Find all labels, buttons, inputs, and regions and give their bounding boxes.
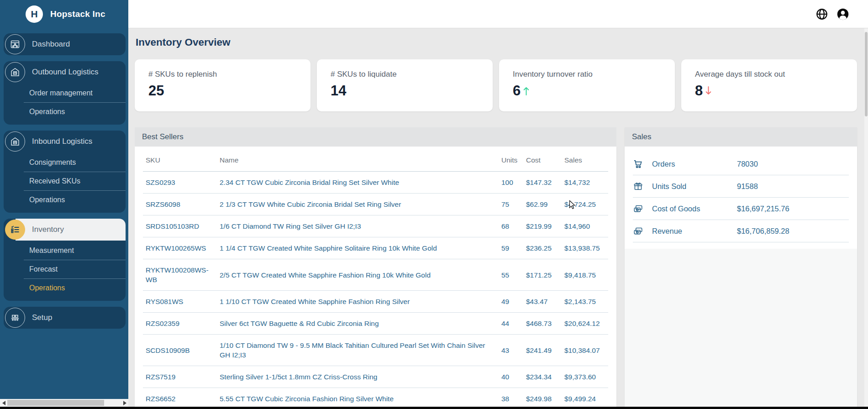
- sidebar-item-label: Inventory: [32, 225, 64, 234]
- sidebar-subitem-operations[interactable]: Operations: [24, 190, 126, 209]
- name-cell: 1/6 CT Diamond TW Ring Set Silver GH I2;…: [216, 215, 498, 237]
- units-cell: 68: [498, 215, 522, 237]
- account-icon[interactable]: [836, 7, 850, 21]
- sales-cell: $14,732: [561, 172, 608, 194]
- table-row[interactable]: SRDS105103RD 1/6 CT Diamond TW Ring Set …: [143, 215, 608, 237]
- brand-logo[interactable]: H Hopstack Inc: [0, 0, 128, 28]
- sales-cell: $2,143.75: [561, 291, 608, 313]
- table-header-row: SKU Name Units Cost Sales: [143, 147, 608, 172]
- sidebar-item-setup[interactable]: Setup: [4, 307, 126, 329]
- sales-cell: $14,960: [561, 215, 608, 237]
- table-row[interactable]: RYKTW100208WS-WB 2/5 CT TGW Created Whit…: [143, 259, 608, 291]
- sales-cell: $9,418.75: [561, 259, 608, 291]
- table-row[interactable]: SZS0293 2.34 CT TGW Cubic Zirconia Brida…: [143, 172, 608, 194]
- sidebar-subitem-measurement[interactable]: Measurement: [24, 241, 126, 260]
- sales-cell: $20,624.12: [561, 313, 608, 335]
- sidebar-group: Outbound Logistics Order management Oper…: [4, 61, 126, 125]
- sales-panel: Sales Orders 78030 Units Sold 91588 Cost…: [625, 127, 857, 409]
- sku-cell: SCDS10909B: [143, 335, 216, 366]
- vertical-scrollbar[interactable]: [864, 28, 868, 409]
- app-window: H Hopstack Inc Dashboard Outbound Logist…: [0, 0, 868, 409]
- sidebar-item-inventory[interactable]: Inventory: [4, 219, 126, 241]
- gift-icon: [633, 181, 646, 192]
- stat-value: 6: [513, 83, 661, 99]
- stat-label: Average days till stock out: [695, 70, 843, 79]
- table-row[interactable]: SCDS10909B 1/10 CT Diamond TW 9 - 9.5 MM…: [143, 335, 608, 366]
- cost-cell: $62.99: [522, 194, 561, 215]
- table-row[interactable]: RYKTW100265WS 1 1/4 CT TGW Created White…: [143, 237, 608, 259]
- sku-cell: RZS02359: [143, 313, 216, 335]
- table-row[interactable]: RZS7519 Sterling Silver 1-1/5ct 1.8mm CZ…: [143, 366, 608, 388]
- sidebar-subitem-operations[interactable]: Operations: [24, 102, 126, 121]
- sales-rows: Orders 78030 Units Sold 91588 Cost of Go…: [625, 147, 857, 249]
- sales-panel-filler: [625, 249, 857, 409]
- cost-cell: $249.98: [522, 388, 561, 409]
- stat-label: Inventory turnover ratio: [513, 70, 661, 79]
- hopstack-logo-icon: H: [26, 5, 43, 23]
- sidebar-item-inbound-logistics[interactable]: Inbound Logistics: [4, 131, 126, 152]
- sales-cell: $9,373.60: [561, 366, 608, 388]
- name-cell: 1/10 CT Diamond TW 9 - 9.5 MM Black Tahi…: [216, 335, 498, 366]
- name-cell: Sterling Silver 1-1/5ct 1.8mm CZ Criss-C…: [216, 366, 498, 388]
- name-cell: 2.34 CT TGW Cubic Zirconia Bridal Ring S…: [216, 172, 498, 194]
- table-row[interactable]: SRZS6098 2 1/3 CT TGW White Cubic Zircon…: [143, 194, 608, 215]
- stat-value: 25: [148, 83, 297, 99]
- sidebar-group: Inbound Logistics Consignments Received …: [4, 131, 126, 213]
- cost-cell: $241.49: [522, 335, 561, 366]
- sales-cell: $13,938.75: [561, 237, 608, 259]
- stat-value: 14: [331, 83, 479, 99]
- sales-metric-value: $16,706,859.28: [737, 227, 789, 236]
- sidebar-item-outbound-logistics[interactable]: Outbound Logistics: [4, 61, 126, 83]
- cart-icon: [633, 159, 646, 169]
- table-row[interactable]: RZS6652 5.55 CT TGW Cubic Zirconia Fashi…: [143, 388, 608, 409]
- trend-down-icon: [705, 85, 712, 96]
- sidebar-item-label: Dashboard: [32, 40, 70, 49]
- sales-metric-row: Units Sold 91588: [633, 175, 849, 198]
- sidebar-subitem-received-skus[interactable]: Received SKUs: [24, 172, 126, 190]
- panels-row: Best Sellers SKU Name Units Cost: [135, 127, 857, 409]
- sidebar-group: Dashboard: [4, 33, 126, 55]
- sales-cell: $4,724.25: [561, 194, 608, 215]
- trend-up-icon: [522, 85, 530, 96]
- sidebar-subitem-order-management[interactable]: Order management: [24, 84, 126, 102]
- scroll-right-arrow-icon[interactable]: [121, 399, 128, 407]
- outbound-logistics-icon: [5, 62, 25, 82]
- sku-cell: RYKTW100265WS: [143, 237, 216, 259]
- vertical-scrollbar-thumb[interactable]: [865, 32, 868, 116]
- sales-metric-value: $16,697,215.76: [737, 204, 789, 213]
- inventory-icon: [5, 220, 25, 240]
- sales-metric-label: Revenue: [652, 227, 737, 236]
- dashboard-icon: [5, 34, 25, 54]
- column-header-cost: Cost: [522, 147, 561, 172]
- sidebar-horizontal-scrollbar[interactable]: [0, 399, 128, 407]
- scroll-left-arrow-icon[interactable]: [0, 399, 7, 407]
- sales-metric-label: Cost of Goods: [652, 204, 737, 213]
- stat-card: Average days till stock out 8: [681, 59, 857, 111]
- sidebar-subitem-forecast[interactable]: Forecast: [24, 260, 126, 278]
- horizontal-scrollbar-thumb[interactable]: [7, 400, 104, 406]
- table-row[interactable]: RYS081WS 1 1/10 CT TGW Created White Sap…: [143, 291, 608, 313]
- cost-cell: $171.25: [522, 259, 561, 291]
- name-cell: Silver 6ct TGW Baguette & Rd Cubic Zirco…: [216, 313, 498, 335]
- column-header-sku: SKU: [143, 147, 216, 172]
- sidebar-subitem-operations[interactable]: Operations: [24, 278, 126, 297]
- units-cell: 38: [498, 388, 522, 409]
- globe-icon[interactable]: [815, 7, 829, 21]
- sales-title: Sales: [625, 127, 857, 147]
- column-header-units: Units: [498, 147, 522, 172]
- sku-cell: RZS6652: [143, 388, 216, 409]
- sku-cell: SRDS105103RD: [143, 215, 216, 237]
- cost-cell: $43.47: [522, 291, 561, 313]
- units-cell: 59: [498, 237, 522, 259]
- sidebar-item-dashboard[interactable]: Dashboard: [4, 33, 126, 55]
- units-cell: 43: [498, 335, 522, 366]
- best-sellers-title: Best Sellers: [135, 127, 616, 147]
- sku-cell: SRZS6098: [143, 194, 216, 215]
- stat-label: # SKUs to replenish: [148, 70, 297, 79]
- cost-cell: $147.32: [522, 172, 561, 194]
- main-content: Inventory Overview # SKUs to replenish 2…: [128, 28, 868, 409]
- sidebar-subitem-consignments[interactable]: Consignments: [24, 153, 126, 172]
- table-row[interactable]: RZS02359 Silver 6ct TGW Baguette & Rd Cu…: [143, 313, 608, 335]
- name-cell: 2 1/3 CT TGW White Cubic Zirconia Bridal…: [216, 194, 498, 215]
- stats-row: # SKUs to replenish 25 # SKUs to liquida…: [135, 59, 857, 111]
